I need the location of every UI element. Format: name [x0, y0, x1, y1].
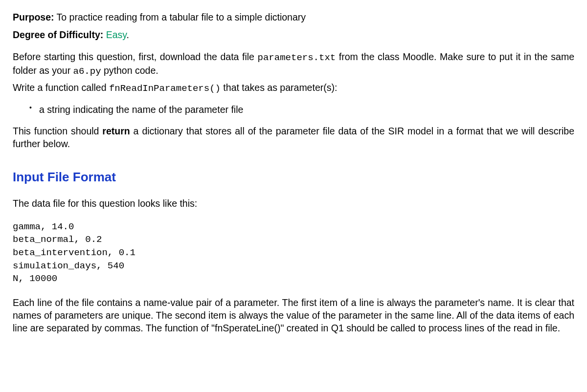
- bullet-text: a string indicating the name of the para…: [39, 104, 243, 115]
- purpose-label: Purpose:: [13, 12, 54, 22]
- intro-paragraph: Before starting this question, first, do…: [13, 50, 574, 78]
- code-block: gamma, 14.0 beta_normal, 0.2 beta_interv…: [13, 220, 574, 285]
- explanation-paragraph: Each line of the file contains a name-va…: [13, 296, 574, 335]
- difficulty-value: Easy: [106, 29, 127, 40]
- return-bold: return: [102, 126, 130, 136]
- intro-code2: a6.py: [73, 66, 101, 77]
- difficulty-line: Degree of Difficulty: Easy.: [13, 28, 574, 41]
- intro-part1: Before starting this question, first, do…: [13, 51, 258, 62]
- difficulty-period: .: [127, 29, 129, 40]
- datafile-intro: The data file for this question looks li…: [13, 197, 574, 210]
- return-part1: This function should: [13, 126, 102, 136]
- bullet-item: a string indicating the name of the para…: [31, 103, 574, 116]
- intro-part3: python code.: [101, 65, 158, 76]
- purpose-text: To practice reading from a tabular file …: [57, 12, 306, 22]
- section-heading: Input File Format: [13, 169, 574, 186]
- purpose-line: Purpose: To practice reading from a tabu…: [13, 11, 574, 23]
- write-fn-code: fnReadInParameters(): [109, 83, 221, 94]
- return-paragraph: This function should return a dictionary…: [13, 125, 574, 151]
- write-fn-part2: that takes as parameter(s):: [221, 82, 337, 93]
- difficulty-label: Degree of Difficulty:: [13, 29, 103, 40]
- write-fn-part1: Write a function called: [13, 82, 109, 93]
- write-fn-paragraph: Write a function called fnReadInParamete…: [13, 81, 574, 95]
- intro-code1: parameters.txt: [258, 52, 336, 63]
- bullet-list: a string indicating the name of the para…: [13, 103, 574, 116]
